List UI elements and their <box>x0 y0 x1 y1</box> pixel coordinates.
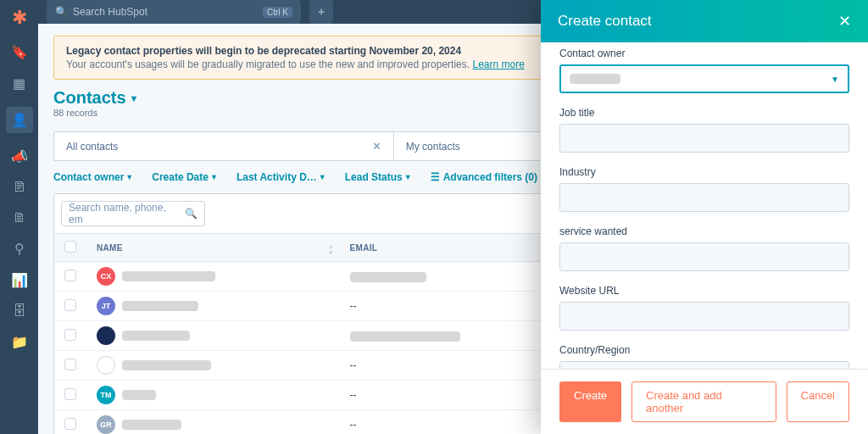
row-checkbox[interactable] <box>64 270 76 281</box>
industry-label: Industry <box>559 166 849 178</box>
chevron-down-icon: ▼ <box>831 75 839 84</box>
reporting-icon[interactable]: 📊 <box>11 272 28 288</box>
filter-create-date[interactable]: Create Date ▼ <box>152 171 218 183</box>
crm-icon[interactable]: 👤 <box>6 107 33 133</box>
row-checkbox[interactable] <box>64 388 76 400</box>
library-icon[interactable]: 📁 <box>11 334 28 350</box>
table-search-input[interactable]: Search name, phone, em 🔍 <box>61 201 205 226</box>
country-region-input[interactable] <box>559 361 849 369</box>
create-button[interactable]: Create <box>559 381 621 422</box>
service-wanted-label: service wanted <box>559 225 849 237</box>
content-icon[interactable]: 🖹 <box>13 180 26 195</box>
filter-icon: ☰ <box>431 171 440 183</box>
row-checkbox[interactable] <box>64 329 76 341</box>
chevron-down-icon: ▼ <box>130 93 139 103</box>
create-contact-panel: Create contact ✕ Contact owner ▼ Job tit… <box>541 0 868 434</box>
select-all-checkbox[interactable] <box>64 241 76 253</box>
avatar <box>97 326 115 345</box>
automation-icon[interactable]: ⚲ <box>14 241 25 257</box>
row-checkbox[interactable] <box>64 359 76 370</box>
row-checkbox[interactable] <box>64 418 76 430</box>
bookmark-icon[interactable]: 🔖 <box>11 44 28 60</box>
owner-value-placeholder <box>570 74 620 84</box>
filter-last-activity[interactable]: Last Activity D… ▼ <box>236 171 326 183</box>
website-url-input[interactable] <box>559 302 849 331</box>
marketing-icon[interactable]: 📣 <box>11 148 28 164</box>
global-nav-rail: ✱ 🔖 ▦ 👤 📣 🖹 🗎 ⚲ 📊 🗄 📁 <box>0 0 38 434</box>
contact-owner-select[interactable]: ▼ <box>559 64 849 93</box>
chevron-down-icon: ▼ <box>404 173 412 181</box>
panel-title: Create contact <box>558 13 652 30</box>
cancel-button[interactable]: Cancel <box>787 381 849 422</box>
industry-input[interactable] <box>559 183 849 212</box>
close-icon[interactable]: ✕ <box>838 12 851 31</box>
hubspot-logo-icon: ✱ <box>12 7 27 29</box>
avatar <box>97 356 115 375</box>
contact-owner-label: Contact owner <box>559 47 849 59</box>
column-name[interactable]: NAME▲▼ <box>86 234 340 262</box>
avatar: GR <box>97 415 115 434</box>
create-button[interactable]: ＋ <box>309 0 333 24</box>
chevron-down-icon: ▼ <box>125 173 133 181</box>
panel-header: Create contact ✕ <box>541 0 868 42</box>
avatar: TM <box>97 386 115 404</box>
panel-footer: Create Create and add another Cancel <box>541 369 868 434</box>
avatar: JT <box>97 297 115 315</box>
workspaces-icon[interactable]: ▦ <box>13 75 25 92</box>
main-region: 🔍 Search HubSpot Ctrl K ＋ Legacy contact… <box>38 0 868 434</box>
website-url-label: Website URL <box>559 285 849 297</box>
tab-all-contacts[interactable]: All contacts✕ <box>54 132 394 160</box>
search-icon: 🔍 <box>55 6 68 18</box>
data-icon[interactable]: 🗄 <box>13 303 26 319</box>
commerce-icon[interactable]: 🗎 <box>13 210 26 225</box>
search-shortcut: Ctrl K <box>263 7 292 18</box>
search-icon: 🔍 <box>185 208 198 220</box>
chevron-down-icon: ▼ <box>210 173 218 181</box>
advanced-filters-button[interactable]: ☰Advanced filters (0) <box>431 171 537 183</box>
filter-lead-status[interactable]: Lead Status ▼ <box>345 171 412 183</box>
banner-learn-more-link[interactable]: Learn more <box>472 58 524 70</box>
create-and-add-another-button[interactable]: Create and add another <box>632 381 776 422</box>
row-checkbox[interactable] <box>64 299 76 311</box>
global-search-placeholder: Search HubSpot <box>73 6 147 18</box>
avatar: CX <box>97 267 115 286</box>
global-search-input[interactable]: 🔍 Search HubSpot Ctrl K <box>47 0 301 24</box>
filter-contact-owner[interactable]: Contact owner ▼ <box>53 171 133 183</box>
country-region-label: Country/Region <box>559 344 849 356</box>
service-wanted-input[interactable] <box>559 242 849 271</box>
close-icon[interactable]: ✕ <box>372 140 381 153</box>
job-title-input[interactable] <box>559 124 849 153</box>
job-title-label: Job title <box>559 107 849 119</box>
chevron-down-icon: ▼ <box>319 173 326 181</box>
